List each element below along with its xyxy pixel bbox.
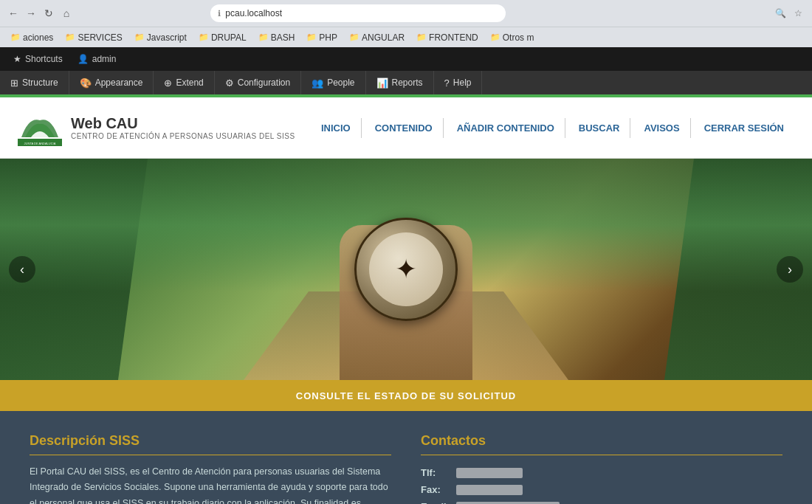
drupal-toolbar-top: ★ Shortcuts 👤 admin xyxy=(0,47,812,71)
configuration-label: Configuration xyxy=(238,77,290,88)
appearance-icon: 🎨 xyxy=(80,77,92,89)
toolbar-configuration[interactable]: ⚙ Configuration xyxy=(215,71,301,94)
star-icon: ★ xyxy=(13,54,21,64)
bookmark-label: Otros m xyxy=(503,32,534,43)
site-logo-area: JUNTA DE ANDALUCÍA Web CAU CENTRO DE ATE… xyxy=(18,109,295,146)
contact-tlf-value xyxy=(456,468,523,478)
bookmark-label: ANGULAR xyxy=(362,32,405,43)
compass-needle-icon: ✦ xyxy=(395,254,417,285)
nav-inicio[interactable]: INICIO xyxy=(311,118,362,138)
toolbar-shortcuts[interactable]: ★ Shortcuts xyxy=(6,47,70,71)
nav-cerrar-sesion[interactable]: CERRAR SESIÓN xyxy=(694,118,794,138)
people-label: People xyxy=(327,77,354,88)
description-title: Descripción SISS xyxy=(30,433,391,455)
bookmark-frontend[interactable]: 📁 FRONTEND xyxy=(412,31,483,44)
address-bar[interactable]: ℹ pcau.localhost xyxy=(210,4,506,22)
contact-email-label: Email: xyxy=(421,501,450,504)
folder-icon: 📁 xyxy=(199,32,209,42)
site-title-area: Web CAU CENTRO DE ATENCIÓN A PERSONAS US… xyxy=(71,115,295,140)
folder-icon: 📁 xyxy=(134,32,145,42)
nav-contenido[interactable]: CONTENIDO xyxy=(365,118,444,138)
admin-label: admin xyxy=(92,54,117,64)
info-icon: ℹ xyxy=(218,9,221,18)
bookmark-otros[interactable]: 📁 Otros m xyxy=(486,31,539,44)
folder-icon: 📁 xyxy=(306,32,317,42)
browser-top-bar: ← → ↻ ⌂ ℹ pcau.localhost 🔍 ☆ xyxy=(0,0,812,27)
structure-label: Structure xyxy=(22,77,58,88)
bookmark-icon[interactable]: ☆ xyxy=(791,6,806,21)
contacts-title: Contactos xyxy=(421,433,782,455)
compass-visual: ✦ xyxy=(332,188,480,351)
forward-button[interactable]: → xyxy=(24,6,38,21)
compass-inner: ✦ xyxy=(369,232,443,306)
site-subtitle: CENTRO DE ATENCIÓN A PERSONAS USUARIAS D… xyxy=(71,132,295,140)
site-header: JUNTA DE ANDALUCÍA Web CAU CENTRO DE ATE… xyxy=(0,97,812,159)
bookmark-label: PHP xyxy=(319,32,337,43)
contact-fax: Fax: xyxy=(421,484,782,495)
browser-chrome: ← → ↻ ⌂ ℹ pcau.localhost 🔍 ☆ 📁 aciones 📁… xyxy=(0,0,812,47)
contact-email-value xyxy=(456,502,560,505)
folder-icon: 📁 xyxy=(349,32,359,42)
browser-right-icons: 🔍 ☆ xyxy=(774,6,806,21)
nav-avisos[interactable]: AVISOS xyxy=(633,118,690,138)
nav-buscar[interactable]: BUSCAR xyxy=(568,118,631,138)
contact-fax-value xyxy=(456,485,523,495)
site-title: Web CAU xyxy=(71,115,295,132)
extend-icon: ⊕ xyxy=(164,77,172,89)
toolbar-people[interactable]: 👥 People xyxy=(301,71,365,94)
contact-fax-label: Fax: xyxy=(421,484,450,495)
reports-label: Reports xyxy=(392,77,423,88)
folder-icon: 📁 xyxy=(10,32,21,42)
config-icon: ⚙ xyxy=(225,77,234,89)
bookmark-label: FRONTEND xyxy=(429,32,478,43)
carousel-prev-button[interactable]: ‹ xyxy=(9,256,35,283)
hero-carousel: ✦ ‹ › xyxy=(0,159,812,380)
search-icon[interactable]: 🔍 xyxy=(774,6,788,21)
bookmark-services[interactable]: 📁 SERVICES xyxy=(61,31,126,44)
nav-add-contenido[interactable]: AÑADIR CONTENIDO xyxy=(447,118,565,138)
reload-button[interactable]: ↻ xyxy=(41,6,56,21)
content-section: Descripción SISS El Portal CAU del SISS,… xyxy=(0,411,812,504)
bookmark-javascript[interactable]: 📁 Javascript xyxy=(130,31,191,44)
help-icon: ? xyxy=(444,77,450,89)
toolbar-appearance[interactable]: 🎨 Appearance xyxy=(69,71,154,94)
toolbar-structure[interactable]: ⊞ Structure xyxy=(0,71,69,94)
bookmark-label: aciones xyxy=(23,32,53,43)
junta-logo: JUNTA DE ANDALUCÍA xyxy=(18,109,62,146)
toolbar-admin-user[interactable]: 👤 admin xyxy=(70,47,124,71)
contact-tlf-label: Tlf: xyxy=(421,467,450,478)
appearance-label: Appearance xyxy=(95,77,143,88)
toolbar-reports[interactable]: 📊 Reports xyxy=(366,71,434,94)
browser-nav-icons: ← → ↻ ⌂ xyxy=(6,6,74,21)
url-text: pcau.localhost xyxy=(225,8,282,18)
toolbar-help[interactable]: ? Help xyxy=(434,71,483,94)
folder-icon: 📁 xyxy=(65,32,75,42)
carousel-next-button[interactable]: › xyxy=(777,256,803,283)
bookmark-label: SERVICES xyxy=(78,32,122,43)
bookmark-label: Javascript xyxy=(147,32,187,43)
main-nav: INICIO CONTENIDO AÑADIR CONTENIDO BUSCAR… xyxy=(311,118,794,138)
hero-background: ✦ xyxy=(0,159,812,380)
gold-banner-text: CONSULTE EL ESTADO DE SU SOLICITUD xyxy=(296,390,516,401)
compass-outer: ✦ xyxy=(354,218,458,321)
user-icon: 👤 xyxy=(78,54,89,64)
bookmark-php[interactable]: 📁 PHP xyxy=(302,31,342,44)
help-label: Help xyxy=(453,77,472,88)
description-text: El Portal CAU del SISS, es el Centro de … xyxy=(30,464,391,504)
home-button[interactable]: ⌂ xyxy=(59,6,74,21)
bookmark-bash[interactable]: 📁 BASH xyxy=(254,31,300,44)
bookmarks-bar: 📁 aciones 📁 SERVICES 📁 Javascript 📁 DRUP… xyxy=(0,27,812,47)
contact-email: Email: xyxy=(421,501,782,504)
gold-banner: CONSULTE EL ESTADO DE SU SOLICITUD xyxy=(0,380,812,411)
bookmark-angular[interactable]: 📁 ANGULAR xyxy=(345,31,409,44)
bookmark-drupal[interactable]: 📁 DRUPAL xyxy=(194,31,251,44)
back-button[interactable]: ← xyxy=(6,6,21,21)
bookmark-aciones[interactable]: 📁 aciones xyxy=(6,31,58,44)
bookmark-label: DRUPAL xyxy=(211,32,247,43)
description-panel: Descripción SISS El Portal CAU del SISS,… xyxy=(30,433,391,504)
drupal-toolbar-secondary: ⊞ Structure 🎨 Appearance ⊕ Extend ⚙ Conf… xyxy=(0,71,812,94)
folder-icon: 📁 xyxy=(416,32,427,42)
people-icon: 👥 xyxy=(312,77,323,89)
toolbar-extend[interactable]: ⊕ Extend xyxy=(154,71,214,94)
folder-icon: 📁 xyxy=(490,32,500,42)
